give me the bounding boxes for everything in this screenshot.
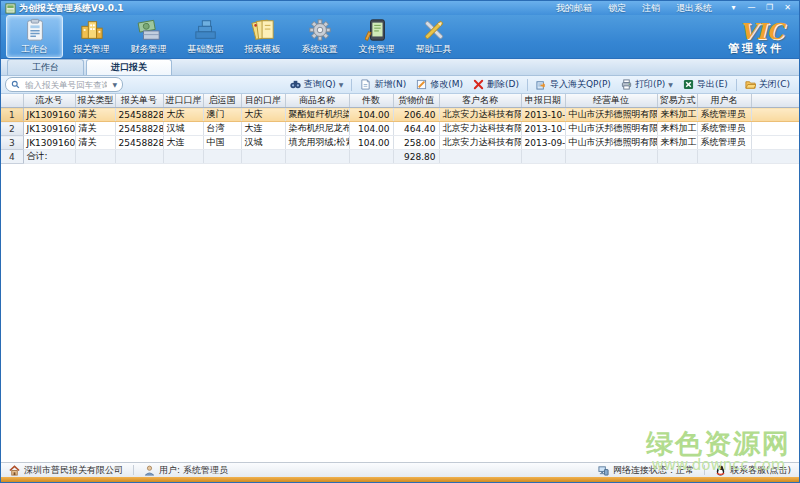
query-button-label: 查询(Q)	[304, 78, 336, 91]
tab-workbench[interactable]: 工作台	[7, 59, 84, 75]
column-header[interactable]: 进口口岸	[163, 94, 203, 108]
table-cell: 汉城	[241, 136, 285, 150]
search-input[interactable]	[23, 79, 109, 91]
table-cell: 中山市沃邦德照明有限公司	[565, 136, 657, 150]
delete-button[interactable]: 删除(D)	[468, 77, 524, 92]
titlebar-menu: 我的邮箱 锁定 注销 退出系统	[556, 2, 712, 15]
table-cell: 104.00	[349, 108, 393, 122]
separator	[736, 79, 737, 91]
separator	[351, 79, 352, 91]
column-header[interactable]: 流水号	[23, 94, 75, 108]
column-header[interactable]: 货物价值	[393, 94, 439, 108]
title-bar: 为创报关管理系统V9.0.1 我的邮箱 锁定 注销 退出系统 ▾ — ❐ ✕	[1, 1, 799, 15]
menu-link-logout[interactable]: 注销	[642, 2, 660, 15]
skin-button[interactable]: ▾	[726, 3, 741, 14]
search-dropdown-icon[interactable]: ▼	[112, 82, 117, 88]
add-button[interactable]: 新增(N)	[355, 77, 411, 92]
import-icon	[536, 79, 547, 90]
header-row: 流水号 报关类型 报关单号 进口口岸 启运国 目的口岸 商品名称 件数 货物价值…	[1, 94, 799, 108]
modify-button[interactable]: 修改(M)	[411, 77, 468, 92]
table-cell	[751, 108, 799, 122]
toolbar-item-label: 基础数据	[188, 43, 224, 56]
toolbar-item-help-tools[interactable]: 帮助工具	[405, 15, 462, 58]
column-header[interactable]: 报关单号	[115, 94, 163, 108]
print-dropdown-icon[interactable]: ▼	[668, 82, 673, 88]
table-cell	[349, 150, 393, 164]
import-customs-qp-button[interactable]: 导入海关QP(P)	[531, 77, 616, 92]
column-header[interactable]: 申报日期	[521, 94, 565, 108]
toolbar-item-declaration[interactable]: 报关管理	[63, 15, 120, 58]
separator	[527, 79, 528, 91]
table-cell	[439, 150, 521, 164]
toolbar-item-base-data[interactable]: 基础数据	[177, 15, 234, 58]
print-button[interactable]: 打印(P) ▼	[616, 77, 678, 92]
close-button[interactable]: ✕	[780, 3, 795, 14]
statusbar-support[interactable]: 联系客服(点击)	[715, 464, 791, 477]
column-header[interactable]: 报关类型	[75, 94, 115, 108]
status-bar: 深圳市普民报关有限公司 用户: 系统管理员 网络连接状态：正常 联系客服(点击)	[1, 462, 799, 477]
minimize-button[interactable]: —	[744, 3, 759, 14]
tab-bar: 工作台 进口报关	[1, 59, 799, 76]
delete-x-icon	[473, 79, 484, 90]
total-row[interactable]: 4 合计: 928.80	[1, 150, 799, 164]
vic-logo: VIC 管理软件	[728, 20, 794, 54]
toolbar-item-settings[interactable]: 系统设置	[291, 15, 348, 58]
column-header[interactable]: 用户名	[697, 94, 751, 108]
row-number: 1	[1, 108, 23, 122]
table-cell: 清关	[75, 122, 115, 136]
toolbar-item-workbench[interactable]: 工作台	[6, 15, 63, 58]
table-cell: 染布机织尼龙布:聚...	[285, 122, 349, 136]
restore-button[interactable]: ❐	[762, 3, 777, 14]
menu-link-exit[interactable]: 退出系统	[676, 2, 712, 15]
query-button[interactable]: 查询(Q) ▼	[285, 77, 349, 92]
app-icon	[5, 3, 16, 14]
table-cell: 北京安力达科技有限公司	[439, 122, 521, 136]
query-dropdown-icon[interactable]: ▼	[339, 82, 344, 88]
table-cell	[751, 136, 799, 150]
table-cell: 来料加工	[657, 122, 697, 136]
column-header[interactable]: 客户名称	[439, 94, 521, 108]
column-header[interactable]: 目的口岸	[241, 94, 285, 108]
table-cell: 系统管理员	[697, 122, 751, 136]
table-cell: 2013-10-02	[521, 122, 565, 136]
column-header[interactable]: 启运国	[203, 94, 241, 108]
column-header[interactable]: 贸易方式	[657, 94, 697, 108]
table-row[interactable]: 1 JK13091603 清关 2545882842 大庆 澳门 大庆 聚酯短纤…	[1, 108, 799, 122]
column-header[interactable]: 经营单位	[565, 94, 657, 108]
table-cell: 台湾	[203, 122, 241, 136]
tab-import-declaration[interactable]: 进口报关	[86, 59, 172, 75]
table-cell: 2013-09-16	[521, 136, 565, 150]
delete-button-label: 删除(D)	[487, 78, 519, 91]
add-button-label: 新增(N)	[374, 78, 406, 91]
table-row[interactable]: 3 JK13091601 清关 2545882840 大连 中国 汉城 填充用羽…	[1, 136, 799, 150]
toolbar-item-report-template[interactable]: 报表模板	[234, 15, 291, 58]
table-cell: 清关	[75, 108, 115, 122]
toolbar-item-file-management[interactable]: 文件管理	[348, 15, 405, 58]
table-cell: 大庆	[241, 108, 285, 122]
row-number: 4	[1, 150, 23, 164]
company-name: 深圳市普民报关有限公司	[24, 464, 123, 477]
table-row[interactable]: 2 JK13091602 清关 2545882841 汉城 台湾 大连 染布机织…	[1, 122, 799, 136]
table-cell	[285, 150, 349, 164]
export-button[interactable]: 导出(E)	[678, 77, 733, 92]
print-button-label: 打印(P)	[635, 78, 665, 91]
column-header[interactable]: 商品名称	[285, 94, 349, 108]
close-tab-button[interactable]: 关闭(C)	[740, 77, 795, 92]
table-cell: JK13091602	[23, 122, 75, 136]
customs-management-icon	[80, 18, 104, 42]
column-header	[751, 94, 799, 108]
table-cell	[203, 150, 241, 164]
folder-close-icon	[745, 79, 756, 90]
menu-link-lock[interactable]: 锁定	[608, 2, 626, 15]
column-header[interactable]: 件数	[349, 94, 393, 108]
vic-logo-subtext: 管理软件	[728, 43, 784, 54]
menu-link-mailbox[interactable]: 我的邮箱	[556, 2, 592, 15]
toolbar-item-finance[interactable]: 财务管理	[120, 15, 177, 58]
row-number: 3	[1, 136, 23, 150]
table-cell: 大连	[163, 136, 203, 150]
total-value: 928.80	[393, 150, 439, 164]
search-box[interactable]: ▼	[5, 77, 123, 92]
table-cell	[751, 150, 799, 164]
user-icon	[144, 465, 155, 476]
table-cell	[115, 150, 163, 164]
